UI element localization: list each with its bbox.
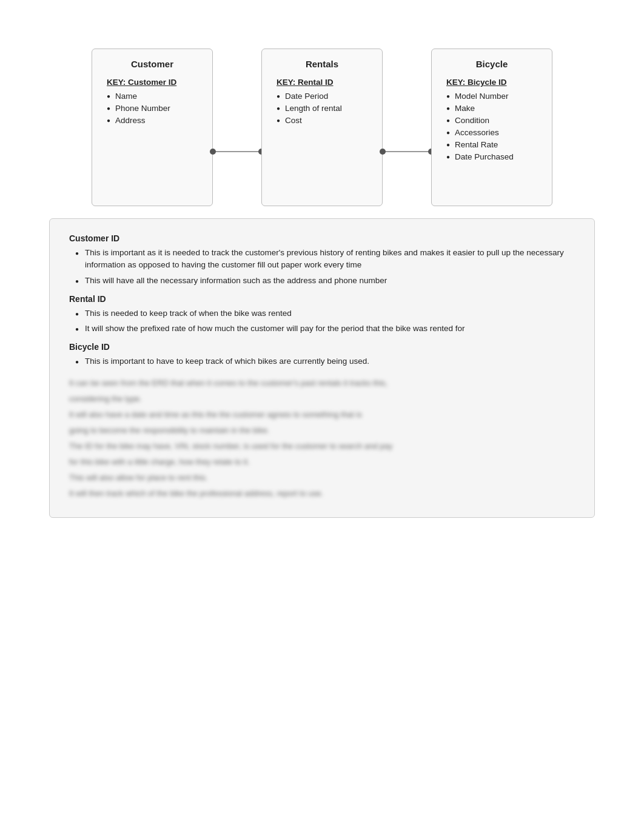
erd-section: Customer KEY: Customer ID Name Phone Num…	[24, 36, 620, 218]
bicycle-field-date-purchased: Date Purchased	[446, 152, 537, 161]
customer-id-point-2: This will have all the necessary informa…	[75, 275, 575, 287]
bicycle-fields: Model Number Make Condition Accessories …	[446, 92, 537, 161]
bicycle-field-model: Model Number	[446, 92, 537, 101]
customer-id-point-1: This is important as it is needed to tra…	[75, 247, 575, 272]
blurred-line-1: It can be seen from the ERD that when it…	[69, 377, 575, 390]
connector-2	[383, 151, 431, 152]
customer-entity: Customer KEY: Customer ID Name Phone Num…	[92, 49, 213, 206]
rental-id-heading: Rental ID	[69, 294, 575, 304]
blurred-line-4: going to become the responsibility to ma…	[69, 424, 575, 437]
bicycle-field-accessories: Accessories	[446, 128, 537, 137]
customer-fields: Name Phone Number Address	[107, 92, 198, 125]
rental-id-list: This is needed to keep track of when the…	[69, 307, 575, 335]
blurred-line-6: for this bike with a little charge, how …	[69, 455, 575, 469]
rentals-field-date-period: Date Period	[277, 92, 367, 101]
bicycle-entity: Bicycle KEY: Bicycle ID Model Number Mak…	[431, 49, 552, 206]
bicycle-id-point-1: This is important to have to keep track …	[75, 355, 575, 367]
rental-id-point-1: This is needed to keep track of when the…	[75, 307, 575, 320]
customer-key: KEY: Customer ID	[107, 78, 198, 87]
rentals-fields: Date Period Length of rental Cost	[277, 92, 367, 125]
rentals-field-length: Length of rental	[277, 104, 367, 113]
description-section: Customer ID This is important as it is n…	[49, 218, 595, 518]
rentals-title: Rentals	[277, 59, 367, 69]
rentals-field-cost: Cost	[277, 116, 367, 125]
bicycle-field-rental-rate: Rental Rate	[446, 140, 537, 149]
bicycle-field-make: Make	[446, 104, 537, 113]
blurred-text-block: It can be seen from the ERD that when it…	[69, 377, 575, 501]
customer-field-phone: Phone Number	[107, 104, 198, 113]
rental-id-point-2: It will show the prefixed rate of how mu…	[75, 323, 575, 335]
bicycle-title: Bicycle	[446, 59, 537, 69]
bicycle-field-condition: Condition	[446, 116, 537, 125]
blurred-line-9: It will then track which of the bike the…	[69, 487, 575, 500]
blurred-line-2: considering the type.	[69, 392, 575, 406]
customer-field-address: Address	[107, 116, 198, 125]
blurred-line-7: This will also allow for place to rent t…	[69, 471, 575, 485]
customer-id-list: This is important as it is needed to tra…	[69, 247, 575, 287]
blurred-line-3: It will also have a date and time as thi…	[69, 408, 575, 421]
connector-1	[213, 151, 261, 152]
rentals-key: KEY: Rental ID	[277, 78, 367, 87]
customer-id-heading: Customer ID	[69, 233, 575, 243]
blurred-line-5: The ID for the bike may have, VIN, stock…	[69, 440, 575, 453]
customer-field-name: Name	[107, 92, 198, 101]
bicycle-id-list: This is important to have to keep track …	[69, 355, 575, 367]
customer-title: Customer	[107, 59, 198, 69]
rentals-entity: Rentals KEY: Rental ID Date Period Lengt…	[261, 49, 383, 206]
bicycle-id-heading: Bicycle ID	[69, 342, 575, 352]
bicycle-key: KEY: Bicycle ID	[446, 78, 537, 87]
